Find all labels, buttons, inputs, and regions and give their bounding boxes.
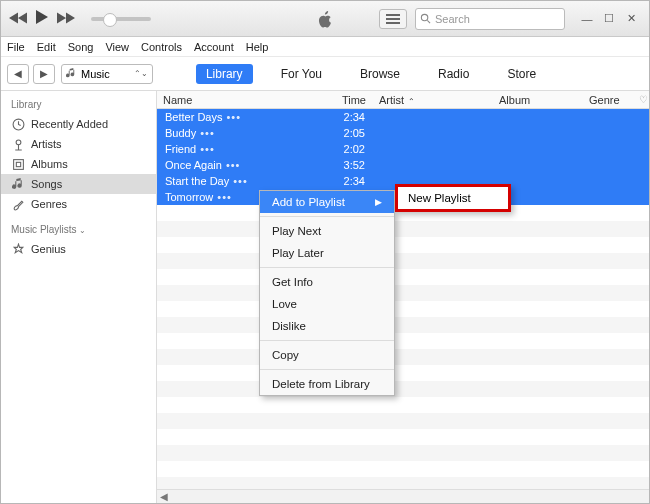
mic-icon <box>11 137 25 151</box>
table-row[interactable]: Friend•••2:02 <box>157 141 649 157</box>
search-input[interactable]: Search <box>415 8 565 30</box>
source-dropdown[interactable]: Music ⌃⌄ <box>61 64 153 84</box>
sidebar-item-label: Artists <box>31 138 62 150</box>
col-time[interactable]: Time <box>327 94 373 106</box>
sidebar-item-label: Albums <box>31 158 68 170</box>
svg-point-3 <box>16 139 21 144</box>
tab-library[interactable]: Library <box>196 64 253 84</box>
table-row[interactable]: Buddy•••2:05 <box>157 125 649 141</box>
content-area: Name Time Artist ⌃ Album Genre ♡ Better … <box>157 91 649 503</box>
col-love[interactable]: ♡ <box>633 94 649 105</box>
menu-account[interactable]: Account <box>194 41 234 53</box>
sort-asc-icon: ⌃ <box>406 97 415 106</box>
itunes-window: Search — ☐ ✕ File Edit Song View Control… <box>0 0 650 504</box>
titlebar: Search — ☐ ✕ <box>1 1 649 37</box>
table-row[interactable]: Once Again•••3:52 <box>157 157 649 173</box>
col-album[interactable]: Album <box>493 94 583 106</box>
more-icon[interactable]: ••• <box>200 143 215 155</box>
sidebar-item-songs[interactable]: Songs <box>1 174 156 194</box>
ctx-love[interactable]: Love <box>260 293 394 315</box>
album-icon <box>11 157 25 171</box>
col-artist[interactable]: Artist ⌃ <box>373 94 493 106</box>
tab-foryou[interactable]: For You <box>271 64 332 84</box>
search-icon <box>420 13 431 24</box>
ctx-copy[interactable]: Copy <box>260 344 394 366</box>
menu-song[interactable]: Song <box>68 41 94 53</box>
apple-logo-icon <box>316 10 334 28</box>
guitar-icon <box>11 197 25 211</box>
song-rows: Better Days•••2:34 Buddy•••2:05 Friend••… <box>157 109 649 503</box>
horizontal-scrollbar[interactable]: ◀ <box>157 489 649 503</box>
menubar: File Edit Song View Controls Account Hel… <box>1 37 649 57</box>
tab-browse[interactable]: Browse <box>350 64 410 84</box>
second-bar: ◀ ▶ Music ⌃⌄ Library For You Browse Radi… <box>1 57 649 91</box>
ctx-item-label: Add to Playlist <box>272 196 345 208</box>
menu-file[interactable]: File <box>7 41 25 53</box>
sidebar-header-playlists[interactable]: Music Playlists ⌄ <box>1 222 156 239</box>
sidebar-item-recent[interactable]: Recently Added <box>1 114 156 134</box>
sidebar-item-label: Songs <box>31 178 62 190</box>
ctx-dislike[interactable]: Dislike <box>260 315 394 337</box>
menu-edit[interactable]: Edit <box>37 41 56 53</box>
svg-rect-5 <box>16 162 20 166</box>
tab-radio[interactable]: Radio <box>428 64 479 84</box>
more-icon[interactable]: ••• <box>226 111 241 123</box>
more-icon[interactable]: ••• <box>226 159 241 171</box>
chevron-down-icon: ⌄ <box>79 226 86 235</box>
ctx-play-next[interactable]: Play Next <box>260 220 394 242</box>
chevron-right-icon: ▶ <box>375 197 382 207</box>
separator <box>260 216 394 217</box>
ctx-delete[interactable]: Delete from Library <box>260 373 394 395</box>
rewind-button[interactable] <box>9 10 27 28</box>
submenu-new-playlist[interactable]: New Playlist <box>395 184 511 212</box>
clock-icon <box>11 117 25 131</box>
more-icon[interactable]: ••• <box>200 127 215 139</box>
nav-forward-button[interactable]: ▶ <box>33 64 55 84</box>
genius-icon <box>11 242 25 256</box>
sidebar-item-genius[interactable]: Genius <box>1 239 156 259</box>
svg-line-1 <box>427 20 430 23</box>
sidebar-header-library: Library <box>1 97 156 114</box>
source-label: Music <box>81 68 110 80</box>
menu-help[interactable]: Help <box>246 41 269 53</box>
ctx-add-to-playlist[interactable]: Add to Playlist ▶ <box>260 191 394 213</box>
minimize-button[interactable]: — <box>577 9 597 29</box>
separator <box>260 369 394 370</box>
close-button[interactable]: ✕ <box>621 9 641 29</box>
col-name[interactable]: Name <box>157 94 327 106</box>
window-buttons: — ☐ ✕ <box>577 9 641 29</box>
sidebar-item-albums[interactable]: Albums <box>1 154 156 174</box>
more-icon[interactable]: ••• <box>217 191 232 203</box>
more-icon[interactable]: ••• <box>233 175 248 187</box>
chevron-left-icon[interactable]: ◀ <box>157 491 171 502</box>
menu-controls[interactable]: Controls <box>141 41 182 53</box>
music-note-icon <box>11 177 25 191</box>
ctx-play-later[interactable]: Play Later <box>260 242 394 264</box>
volume-slider[interactable] <box>91 17 151 21</box>
menu-view[interactable]: View <box>105 41 129 53</box>
sidebar-item-artists[interactable]: Artists <box>1 134 156 154</box>
separator <box>260 267 394 268</box>
nav-back-button[interactable]: ◀ <box>7 64 29 84</box>
forward-button[interactable] <box>57 10 75 28</box>
submenu-label: New Playlist <box>408 192 471 204</box>
list-view-toggle[interactable] <box>379 9 407 29</box>
empty-rows <box>157 205 649 503</box>
sidebar-item-label: Recently Added <box>31 118 108 130</box>
sidebar-item-genres[interactable]: Genres <box>1 194 156 214</box>
context-menu: Add to Playlist ▶ Play Next Play Later G… <box>259 190 395 396</box>
sidebar-item-label: Genres <box>31 198 67 210</box>
maximize-button[interactable]: ☐ <box>599 9 619 29</box>
column-headers: Name Time Artist ⌃ Album Genre ♡ <box>157 91 649 109</box>
search-placeholder: Search <box>435 13 470 25</box>
chevron-updown-icon: ⌃⌄ <box>134 69 148 78</box>
sidebar: Library Recently Added Artists Albums So… <box>1 91 157 503</box>
ctx-get-info[interactable]: Get Info <box>260 271 394 293</box>
play-button[interactable] <box>35 10 49 28</box>
col-genre[interactable]: Genre <box>583 94 633 106</box>
music-icon <box>66 68 77 79</box>
tab-store[interactable]: Store <box>497 64 546 84</box>
table-row[interactable]: Better Days•••2:34 <box>157 109 649 125</box>
separator <box>260 340 394 341</box>
svg-rect-4 <box>13 159 23 169</box>
